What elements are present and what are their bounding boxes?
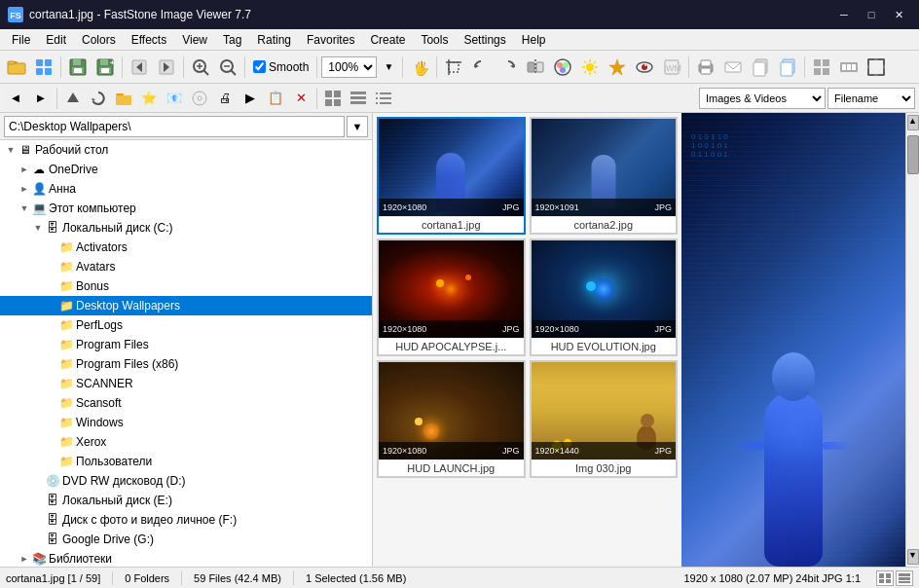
go-up-button[interactable] [61, 87, 85, 110]
prev-image-button[interactable] [127, 55, 152, 80]
copy-button[interactable] [748, 55, 773, 80]
menu-effects[interactable]: Effects [124, 31, 174, 49]
thumb-cortana1[interactable]: 1920×1080 JPG cortana1.jpg [377, 117, 526, 235]
zoom-select[interactable]: 100% 50% 75% 150% 200% Fit [321, 56, 377, 78]
menu-create[interactable]: Create [362, 31, 413, 49]
details-view-btn[interactable] [347, 87, 370, 110]
tree-item-anna[interactable]: ► 👤 Анна [0, 179, 372, 199]
scroll-thumb[interactable] [907, 135, 919, 174]
tree-item-programfiles[interactable]: 📁 Program Files [0, 335, 372, 354]
print-button[interactable] [693, 55, 718, 80]
grid-view-button[interactable] [809, 55, 834, 80]
svg-point-79 [198, 96, 202, 100]
menu-tools[interactable]: Tools [413, 31, 456, 49]
close-button[interactable]: ✕ [886, 5, 911, 24]
menu-tag[interactable]: Tag [215, 31, 249, 49]
color-adj-button[interactable] [550, 55, 575, 80]
scroll-down-button[interactable]: ▼ [907, 549, 919, 565]
folder-icon: 📁 [58, 318, 74, 332]
thumb-hud-evol[interactable]: 1920×1080 JPG HUD EVOLUTION.jpg [530, 239, 679, 356]
rotate-left-button[interactable] [468, 55, 494, 80]
flip-h-button[interactable] [523, 55, 548, 80]
tree-item-googledrive[interactable]: 🗄 Google Drive (G:) [0, 530, 372, 549]
thumb-img030[interactable]: 1920×1440 JPG Img 030.jpg [530, 360, 679, 478]
bookmark-button[interactable]: ⭐ [137, 87, 161, 110]
tree-item-programfilesx86[interactable]: 📁 Program Files (x86) [0, 354, 372, 374]
thumb-hud-launch[interactable]: 1920×1080 JPG HUD LAUNCH.jpg [377, 360, 526, 478]
thumb-hud-apoc[interactable]: 1920×1080 JPG HUD APOCALYPSE.j... [377, 239, 526, 356]
clipboard-button[interactable]: 📋 [264, 87, 287, 110]
address-go-button[interactable]: ▼ [347, 116, 368, 137]
delete-button[interactable]: ✕ [289, 87, 312, 110]
email-btn2[interactable]: 📧 [163, 87, 186, 110]
refresh-button[interactable] [87, 87, 110, 110]
tree-item-edisk[interactable]: 🗄 Локальный диск (E:) [0, 491, 372, 510]
open-btn2[interactable] [112, 87, 135, 110]
menubar: File Edit Colors Effects View Tag Rating… [0, 29, 919, 51]
thumb-view-btn[interactable] [321, 87, 345, 110]
crop-button[interactable] [441, 55, 466, 80]
zoom-out-button[interactable] [215, 55, 240, 80]
zoom-apply-button[interactable]: ▼ [379, 55, 398, 80]
menu-colors[interactable]: Colors [74, 31, 124, 49]
pan-tool-button[interactable]: 🖐 [407, 55, 432, 80]
tree-item-desktop[interactable]: ▼ 🖥 Рабочий стол [0, 140, 372, 160]
tree-item-dvdrw[interactable]: 💿 DVD RW дисковод (D:) [0, 471, 372, 491]
tree-item-onedrive[interactable]: ► ☁ OneDrive [0, 160, 372, 179]
smooth-checkbox[interactable] [253, 60, 266, 73]
email-button[interactable] [720, 55, 746, 80]
open-folder-button[interactable] [4, 55, 29, 80]
fullscreen-button[interactable] [864, 55, 889, 80]
tree-item-windows[interactable]: 📁 Windows [0, 413, 372, 432]
sun-button[interactable] [577, 55, 603, 80]
print-btn2[interactable]: 🖨 [213, 87, 237, 110]
menu-view[interactable]: View [174, 31, 215, 49]
tree-item-scanner[interactable]: 📁 SCANNER [0, 374, 372, 393]
save-button[interactable] [65, 55, 91, 80]
rotate-right-button[interactable] [496, 55, 521, 80]
filter-select[interactable]: Images & Videos Images Videos All Files [699, 88, 826, 109]
tree-item-users[interactable]: 📁 Пользователи [0, 452, 372, 471]
copy2-button[interactable] [775, 55, 800, 80]
tree-item-fdisk[interactable]: 🗄 Диск с фото и видео личное (F:) [0, 510, 372, 530]
tree-item-bonus[interactable]: 📁 Bonus [0, 276, 372, 296]
slideshow-button[interactable]: ▶ [239, 87, 262, 110]
save-as-button[interactable]: + [92, 55, 118, 80]
tree-item-thispc[interactable]: ▼ 💻 Этот компьютер [0, 199, 372, 218]
strip-view-button[interactable] [836, 55, 862, 80]
list-view-btn[interactable] [372, 87, 395, 110]
menu-help[interactable]: Help [514, 31, 554, 49]
red-eye-button[interactable] [632, 55, 657, 80]
tree-item-libraries[interactable]: ► 📚 Библиотеки [0, 549, 372, 567]
tree-item-avatars[interactable]: 📁 Avatars [0, 257, 372, 276]
effects-button[interactable] [605, 55, 630, 80]
menu-rating[interactable]: Rating [249, 31, 299, 49]
nav-forward-button[interactable]: ► [29, 87, 53, 110]
menu-file[interactable]: File [4, 31, 38, 49]
menu-edit[interactable]: Edit [38, 31, 74, 49]
tree-item-activators[interactable]: 📁 Activators [0, 238, 372, 257]
browse-button[interactable] [31, 55, 56, 80]
scroll-up-button[interactable]: ▲ [907, 115, 919, 130]
status-icon-1[interactable] [876, 570, 894, 586]
tree-item-scansoft[interactable]: 📁 Scansoft [0, 393, 372, 413]
thumb-cortana2[interactable]: 1920×1091 JPG cortana2.jpg [530, 117, 679, 235]
tree-item-cdisk[interactable]: ▼ 🗄 Локальный диск (C:) [0, 218, 372, 238]
watermark-button[interactable]: WM [659, 55, 684, 80]
tree-item-desktop-wallpapers[interactable]: 📁 Desktop Wallpapers [0, 296, 372, 315]
status-icon-2[interactable] [896, 570, 913, 586]
minimize-button[interactable]: ─ [831, 5, 857, 24]
maximize-button[interactable]: □ [859, 5, 884, 24]
menu-favorites[interactable]: Favorites [299, 31, 362, 49]
address-input[interactable] [4, 116, 345, 137]
cd-button[interactable] [188, 87, 211, 110]
tree-item-perflogs[interactable]: 📁 PerfLogs [0, 315, 372, 335]
next-image-button[interactable] [154, 55, 179, 80]
zoom-in-button[interactable] [188, 55, 213, 80]
nav-back-button[interactable]: ◄ [4, 87, 27, 110]
tree-item-xerox[interactable]: 📁 Xerox [0, 432, 372, 452]
menu-settings[interactable]: Settings [456, 31, 513, 49]
sort-select[interactable]: Filename Date Size Type [827, 88, 915, 109]
smooth-toggle[interactable]: Smooth [249, 58, 312, 76]
thumbnail-scrollbar[interactable]: ▲ ▼ [905, 113, 919, 567]
